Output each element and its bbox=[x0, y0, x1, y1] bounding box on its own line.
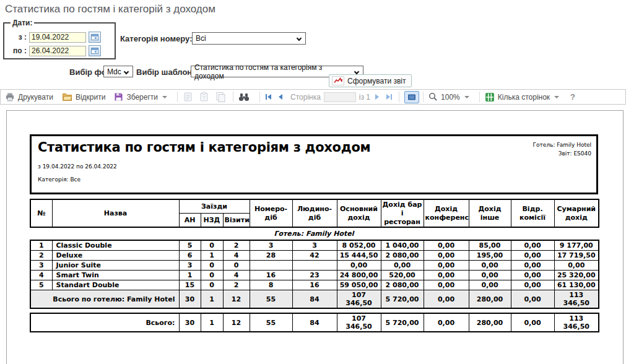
table-cell-main: 59 050,00 bbox=[337, 280, 381, 290]
calendar-icon bbox=[91, 48, 98, 54]
hotel-total-main: 107 346,50 bbox=[337, 290, 381, 309]
page-label: Сторінка bbox=[290, 93, 321, 102]
table-cell-name: Standart Double bbox=[52, 280, 179, 290]
col-room-nights: Номеро-діб bbox=[250, 199, 292, 227]
date-from-input[interactable] bbox=[29, 32, 86, 43]
grand-total-sum: 113 346,50 bbox=[554, 313, 599, 332]
multipage-button[interactable]: Кілька сторінок bbox=[485, 92, 559, 102]
chevron-down-icon bbox=[464, 96, 469, 98]
report-period: з 19.04.2022 по 26.04.2022 bbox=[38, 163, 591, 170]
last-page-button[interactable] bbox=[386, 93, 393, 100]
calendar-button[interactable] bbox=[89, 45, 101, 56]
whole-page-icon bbox=[407, 93, 416, 101]
table-cell-room_nights: 8 bbox=[250, 280, 292, 290]
copy-pages-icon-disabled bbox=[215, 92, 226, 102]
table-cell-other: 0,00 bbox=[469, 280, 511, 290]
chart-icon bbox=[332, 76, 344, 85]
table-cell-conf: 0,00 bbox=[424, 271, 469, 280]
room-category-label: Категорія номеру: bbox=[120, 34, 192, 43]
date-from-label: з : bbox=[8, 33, 27, 41]
search-button[interactable] bbox=[238, 93, 250, 102]
table-row: 2Deluxe614284215 444,502 080,000,00195,0… bbox=[30, 251, 599, 261]
table-cell-an: 1 bbox=[179, 271, 201, 280]
hotel-total-person-nights: 84 bbox=[292, 290, 337, 309]
generate-report-button[interactable]: Сформувати звіт bbox=[329, 74, 412, 87]
dates-fieldset: Дати: з : по : bbox=[3, 19, 116, 59]
col-visits: Візити bbox=[223, 214, 250, 228]
format-select[interactable]: Mdc bbox=[103, 66, 133, 77]
grand-total-other: 280,00 bbox=[469, 313, 511, 332]
table-cell-nzd: 1 bbox=[201, 251, 223, 261]
table-cell-room_nights bbox=[250, 261, 292, 271]
table-cell-room_nights: 28 bbox=[250, 251, 292, 261]
col-num: № bbox=[30, 199, 52, 227]
calendar-button[interactable] bbox=[89, 32, 101, 43]
hotel-total-label: Всього по готелю: Family Hotel bbox=[30, 290, 179, 309]
page-title: Статистика по гостям і категорій з доход… bbox=[5, 3, 215, 15]
table-cell-num: 2 bbox=[30, 251, 52, 261]
table-cell-total: 25 320,00 bbox=[554, 271, 599, 280]
print-label: Друкувати bbox=[18, 93, 53, 102]
multipage-grid-icon bbox=[485, 92, 495, 102]
help-button[interactable]: ? bbox=[570, 92, 575, 102]
report-code: Звіт: ES040 bbox=[533, 149, 591, 158]
table-cell-num: 1 bbox=[30, 240, 52, 251]
table-cell-other: 0,00 bbox=[469, 271, 511, 280]
hotel-total-room-nights: 55 bbox=[250, 290, 292, 309]
dates-legend: Дати: bbox=[11, 19, 34, 27]
table-cell-nzd: 0 bbox=[201, 280, 223, 290]
table-row: 1Classic Double502338 052,001 040,000,00… bbox=[30, 240, 599, 251]
report-category: Категорія: Все bbox=[38, 176, 591, 183]
next-page-button[interactable] bbox=[374, 93, 381, 100]
table-cell-an: 15 bbox=[179, 280, 201, 290]
zoom-value: 100% bbox=[441, 93, 460, 102]
chevron-down-icon bbox=[354, 69, 359, 74]
page-number-input[interactable] bbox=[324, 92, 356, 102]
col-group-arrivals: Заїзди bbox=[179, 199, 250, 214]
clipboard-help-icon-disabled: ? bbox=[199, 92, 209, 102]
col-commission: Відр. комісії bbox=[511, 199, 554, 227]
table-cell-visits: 2 bbox=[223, 280, 250, 290]
report-data-table: 1Classic Double502338 052,001 040,000,00… bbox=[30, 240, 599, 309]
multipage-label: Кілька сторінок bbox=[498, 93, 550, 102]
zoom-button[interactable]: 100% bbox=[428, 92, 469, 102]
table-cell-room_nights: 16 bbox=[250, 271, 292, 280]
table-cell-name: Junior Suite bbox=[52, 261, 179, 271]
table-cell-bar: 2 080,00 bbox=[381, 280, 424, 290]
save-icon bbox=[114, 92, 123, 102]
table-cell-person_nights: 3 bbox=[292, 240, 337, 251]
hotel-total-other: 280,00 bbox=[469, 290, 511, 309]
report-header: Статистика по гостям і категоріям з дохо… bbox=[30, 134, 598, 194]
table-cell-name: Classic Double bbox=[52, 240, 179, 251]
table-cell-other: 195,00 bbox=[469, 251, 511, 261]
page-view-toggle-button[interactable] bbox=[404, 91, 419, 103]
report-table-header: № Назва Заїзди Номеро-діб Людино-діб Осн… bbox=[30, 199, 599, 228]
first-page-button[interactable] bbox=[265, 93, 272, 100]
magnifier-icon bbox=[428, 92, 438, 102]
chevron-down-icon bbox=[162, 96, 167, 98]
table-cell-nzd: 0 bbox=[201, 240, 223, 251]
grand-total-visits: 12 bbox=[223, 313, 250, 332]
table-cell-bar: 2 080,00 bbox=[381, 251, 424, 261]
col-name: Назва bbox=[52, 199, 179, 227]
toolbar-separator bbox=[479, 92, 480, 102]
svg-text:?: ? bbox=[202, 95, 206, 100]
table-cell-conf: 0,00 bbox=[424, 261, 469, 271]
printer-icon bbox=[5, 92, 15, 102]
date-to-input[interactable] bbox=[29, 46, 86, 56]
table-row: 3Junior Suite3000,000,000,000,000,000,00 bbox=[30, 261, 599, 271]
print-button[interactable]: Друкувати bbox=[5, 92, 53, 102]
report-rows: 1Classic Double502338 052,001 040,000,00… bbox=[30, 240, 599, 290]
save-button[interactable]: Зберегти bbox=[114, 92, 167, 102]
grand-total-an: 30 bbox=[179, 313, 201, 332]
grand-total-row: Всього: 30 1 12 55 84 107 346,50 5 720,0… bbox=[30, 313, 599, 332]
room-category-value: Всі bbox=[196, 34, 206, 43]
table-cell-nzd: 0 bbox=[201, 271, 223, 280]
table-cell-name: Deluxe bbox=[52, 251, 179, 261]
table-cell-conf: 0,00 bbox=[424, 280, 469, 290]
room-category-select[interactable]: Всі bbox=[192, 32, 306, 45]
previous-page-button[interactable] bbox=[277, 93, 284, 100]
table-cell-an: 6 bbox=[179, 251, 201, 261]
table-cell-main: 15 444,50 bbox=[337, 251, 381, 261]
open-button[interactable]: Відкрити bbox=[62, 92, 106, 102]
